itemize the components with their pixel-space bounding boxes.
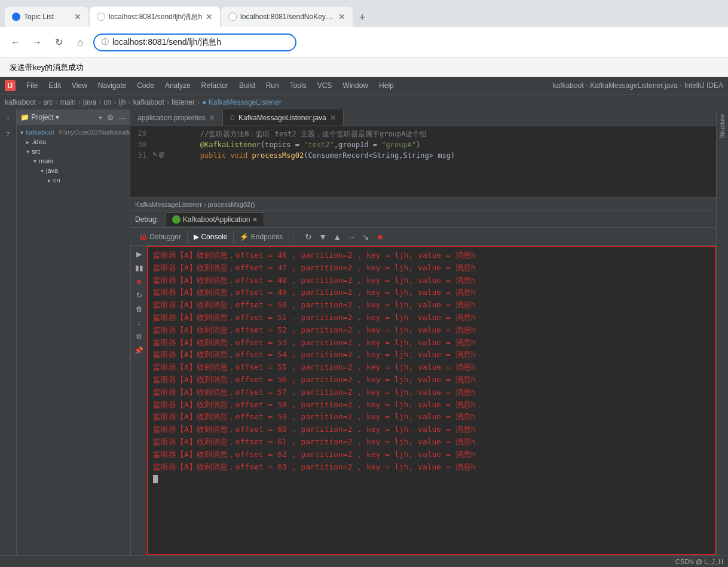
tree-expand-icon: ▾ [41,167,44,174]
bc-ljh[interactable]: ljh [118,98,126,106]
forward-button[interactable]: → [29,34,45,51]
console-line: 监听器【A】收到消息，offset = 55 , partition=2 , k… [153,361,710,374]
side-scroll[interactable]: ↓ [133,317,145,329]
editor-area: application.properties ✕ C KafkaMessageL… [130,109,716,555]
tab-kafka-listener[interactable]: C KafkaMessageListener.java ✕ [223,109,344,126]
code-line-30: 30 @KafkaListener(topics = "test2",group… [130,140,716,151]
tree-src[interactable]: ▾ src [17,147,130,156]
tree-main[interactable]: ▾ main [17,156,130,166]
step-over-btn[interactable]: → [345,230,358,243]
menu-help[interactable]: Help [374,80,399,92]
side-pause[interactable]: ▮▮ [133,262,145,274]
tab-app-prop-label: application.properties [137,114,206,122]
bc-kafkaboot2[interactable]: kafkaboot [133,98,164,106]
menu-file[interactable]: File [22,80,42,92]
address-text: localhost:8081/send/ljh/消息h [112,37,221,48]
bc-java[interactable]: java [83,98,96,106]
bc-class[interactable]: ● KafkaMessageListener [202,98,282,106]
console-cursor-line [153,473,710,486]
debug-app-close[interactable]: ✕ [252,216,258,224]
tree-idea-label: .idea [32,138,46,145]
debug-tool-tabs: 🐞 Debugger ▶ Console ⚡ Endpoints [133,230,289,243]
stop-btn[interactable]: ■ [374,230,387,243]
tab-kafka-close[interactable]: ✕ [330,114,336,122]
ide-title: kafkaboot - KafkaMessageListener.java - … [553,81,723,90]
menu-view[interactable]: View [67,80,92,92]
console-line: 监听器【A】收到消息，offset = 59 , partition=2 , k… [153,411,710,423]
debug-toolbar: 🐞 Debugger ▶ Console ⚡ Endpoints ↻ ▼ ▲ →… [130,228,716,246]
tab-topic-list[interactable]: Topic List ✕ [5,7,88,27]
console-line: 监听器【A】收到消息，offset = 53 , partition=2 , k… [153,337,710,349]
method-breadcrumb: KafkaMessageListener › processMsg02() [135,201,255,208]
tree-idea[interactable]: ▸ .idea [17,137,130,147]
side-clear[interactable]: 🗑 [133,303,145,315]
structure-toggle[interactable]: 7 [2,127,15,141]
debug-app-tab[interactable]: KafkabootApplication ✕ [166,212,265,226]
tab-send-ljh[interactable]: localhost:8081/send/ljh/消息h ✕ [90,7,220,27]
project-panel-toggle[interactable]: 1 [2,112,15,125]
tree-root[interactable]: ▾ kafkaboot F:\myCode2024\kafka\kafkaboo… [17,127,130,137]
code-line-31: 31 ✎ @ public void processMsg02(Consumer… [130,151,716,161]
side-rerun[interactable]: ↻ [133,289,145,301]
menu-tools[interactable]: Tools [285,80,311,92]
bc-main[interactable]: main [60,98,76,106]
home-button[interactable]: ⌂ [72,34,88,51]
tree-src-label: src [32,148,41,155]
menu-window[interactable]: Window [338,80,373,92]
menu-build[interactable]: Build [234,80,260,92]
debugger-tab[interactable]: 🐞 Debugger [133,230,188,243]
menu-vcs[interactable]: VCS [313,80,337,92]
project-settings-btn[interactable]: ⚙ [107,113,114,122]
side-resume[interactable]: ▶ [133,248,145,260]
tab-close-topic[interactable]: ✕ [74,12,81,22]
tab-app-prop-close[interactable]: ✕ [209,114,215,122]
side-pin[interactable]: 📌 [133,345,145,356]
menu-code[interactable]: Code [132,80,159,92]
ide-logo: IJ [5,80,16,91]
console-tab[interactable]: ▶ Console [188,230,234,243]
tab-send-nokey[interactable]: localhost:8081/sendNoKey/消息… ✕ [221,7,353,27]
step-into-btn[interactable]: ↘ [359,230,372,243]
project-label: 📁 Project ▾ [20,113,96,121]
tab-application-properties[interactable]: application.properties ✕ [130,109,223,126]
menu-analyze[interactable]: Analyze [160,80,195,92]
console-line: 监听器【A】收到消息，offset = 51 , partition=2 , k… [153,312,710,324]
console-line: 监听器【A】收到消息，offset = 56 , partition=2 , k… [153,374,710,386]
menu-run[interactable]: Run [261,80,284,92]
tree-java[interactable]: ▾ java [17,166,130,175]
console-line: 监听器【A】收到消息，offset = 62 , partition=2 , k… [153,449,710,461]
menu-navigate[interactable]: Navigate [93,80,131,92]
tree-expand-icon: ▾ [20,129,23,136]
address-bar[interactable]: ⓘ localhost:8081/send/ljh/消息h [93,33,296,51]
bc-listener[interactable]: listener [172,98,195,106]
back-button[interactable]: ← [7,34,24,51]
project-add-btn[interactable]: + [98,113,103,122]
tab-close-nokey[interactable]: ✕ [338,12,345,22]
side-settings[interactable]: ⚙ [133,331,145,343]
side-stop[interactable]: ■ [133,276,145,288]
new-tab-button[interactable]: + [354,9,371,26]
project-collapse-btn[interactable]: — [118,113,126,122]
pause-btn[interactable]: ▲ [331,230,344,243]
restart-btn[interactable]: ↻ [302,230,315,243]
console-line: 监听器【A】收到消息，offset = 48 , partition=2 , k… [153,275,710,287]
bc-src[interactable]: src [43,98,53,106]
menu-edit[interactable]: Edit [44,80,66,92]
console-wrapper: ▶ ▮▮ ■ ↻ 🗑 ↓ ⚙ 📌 监听器【A】收到消息，offset = 46 … [130,246,716,555]
bc-kafkaboot[interactable]: kafkaboot [5,98,36,106]
project-tree: ▾ kafkaboot F:\myCode2024\kafka\kafkaboo… [17,125,130,555]
tree-expand-icon: ▸ [26,139,29,145]
address-bar-row: ← → ↻ ⌂ ⓘ localhost:8081/send/ljh/消息h [0,27,728,58]
debug-panel: Debug: KafkabootApplication ✕ 🐞 Debugger… [130,211,716,555]
reload-button[interactable]: ↻ [50,34,67,51]
bc-cn[interactable]: cn [103,98,111,106]
endpoints-tab[interactable]: ⚡ Endpoints [234,230,289,243]
console-output[interactable]: 监听器【A】收到消息，offset = 46 , partition=2 , k… [147,246,716,555]
menu-refactor[interactable]: Refactor [197,80,233,92]
resume-btn[interactable]: ▼ [316,230,329,243]
console-line: 监听器【A】收到消息，offset = 57 , partition=2 , k… [153,386,710,399]
tree-cn[interactable]: ▸ cn [17,175,130,185]
line-num-31: 31 [130,151,151,160]
structure-label[interactable]: Structure [717,112,728,141]
tab-close-send[interactable]: ✕ [206,12,213,22]
